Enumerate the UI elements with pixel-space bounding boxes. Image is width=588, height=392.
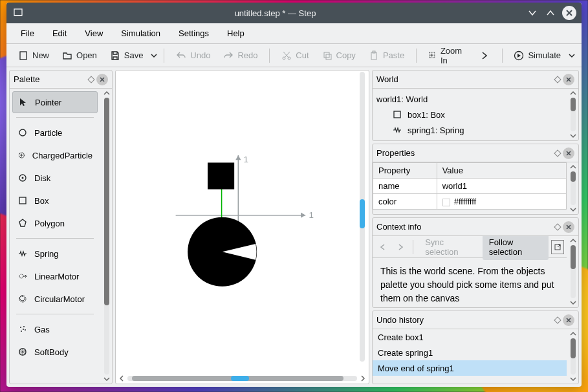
save-dropdown-icon[interactable] [151, 52, 157, 59]
menubar: File Edit View Simulation Settings Help [6, 23, 582, 44]
menu-view[interactable]: View [77, 26, 111, 41]
canvas-area[interactable]: 1 1 [115, 70, 369, 384]
menu-simulation[interactable]: Simulation [113, 26, 168, 41]
cut-button[interactable]: Cut [276, 48, 314, 63]
paste-button[interactable]: Paste [364, 48, 409, 63]
cut-icon [281, 50, 292, 61]
panel-close-icon[interactable] [563, 314, 574, 326]
undo-item[interactable]: Create spring1 [373, 345, 567, 360]
panel-float-icon[interactable] [554, 76, 561, 83]
tree-item-spring1[interactable]: spring1: Spring [376, 122, 563, 138]
col-property[interactable]: Property [373, 163, 437, 179]
prop-name[interactable]: color [373, 194, 437, 210]
circular-motor-icon [17, 294, 28, 304]
palette-item-softbody[interactable]: SoftBody [12, 341, 98, 363]
panel-float-icon[interactable] [87, 76, 94, 83]
menu-edit[interactable]: Edit [45, 26, 74, 41]
palette-item-circular-motor[interactable]: CircularMotor [12, 288, 98, 310]
properties-table[interactable]: Property Value name world1 color #ffffff… [373, 162, 567, 210]
panel-float-icon[interactable] [554, 223, 561, 230]
open-label: Open [76, 50, 97, 60]
close-button[interactable] [562, 6, 576, 20]
context-scrollbar[interactable] [568, 236, 578, 307]
svg-point-21 [21, 331, 22, 332]
panel-close-icon[interactable] [563, 147, 574, 159]
prop-name[interactable]: name [373, 179, 437, 194]
sync-selection-button[interactable]: Sync selection [419, 236, 480, 260]
canvas-hscrollbar[interactable] [116, 373, 369, 384]
palette-item-label: Disk [34, 173, 50, 183]
canvas[interactable]: 1 1 [116, 71, 369, 373]
palette-item-polygon[interactable]: Polygon [12, 212, 98, 234]
properties-header[interactable]: Properties [373, 144, 578, 162]
context-title: Context info [376, 222, 421, 232]
menu-settings[interactable]: Settings [171, 26, 217, 41]
ctx-forward-button[interactable] [393, 239, 408, 256]
prop-value[interactable]: #ffffffff [437, 194, 566, 210]
redo-button[interactable]: Redo [218, 48, 263, 63]
tree-root[interactable]: world1: World [376, 91, 563, 107]
new-button[interactable]: New [13, 48, 54, 63]
context-header[interactable]: Context info [373, 218, 578, 236]
ctx-back-button[interactable] [375, 239, 390, 256]
minimize-button[interactable] [526, 6, 539, 19]
palette-header[interactable]: Palette [10, 71, 112, 89]
world-panel: World world1: World box1: Box spring1: S… [372, 70, 579, 141]
undo-item[interactable]: Move end of spring1 [373, 360, 567, 376]
canvas-vscrollbar[interactable] [357, 72, 367, 362]
world-header[interactable]: World [373, 71, 578, 89]
copy-button[interactable]: Copy [317, 48, 361, 63]
save-button[interactable]: Save [105, 48, 149, 63]
linear-motor-icon [17, 271, 28, 281]
ctx-detach-button[interactable] [551, 240, 564, 254]
palette-item-linear-motor[interactable]: LinearMotor [12, 265, 98, 287]
menu-file[interactable]: File [13, 26, 42, 41]
simulate-button[interactable]: Simulate [508, 48, 566, 63]
scroll-right-icon[interactable] [358, 375, 367, 382]
palette-item-gas[interactable]: Gas [12, 318, 98, 340]
properties-body: Property Value name world1 color #ffffff… [373, 162, 578, 214]
palette-item-spring[interactable]: Spring [12, 243, 98, 265]
prop-value[interactable]: world1 [437, 179, 566, 194]
panel-close-icon[interactable] [96, 74, 108, 85]
titlebar[interactable]: untitled.step * — Step [6, 3, 582, 23]
palette-scrollbar[interactable] [102, 89, 112, 384]
zoom-in-button[interactable]: Zoom In [423, 43, 471, 68]
palette-item-disk[interactable]: Disk [12, 167, 98, 189]
panel-float-icon[interactable] [554, 316, 561, 323]
palette-item-pointer[interactable]: Pointer [12, 91, 98, 113]
undo-scrollbar[interactable] [568, 329, 578, 384]
spring-icon [392, 125, 402, 135]
palette-item-box[interactable]: Box [12, 190, 98, 212]
undo-button[interactable]: Undo [171, 48, 215, 63]
svg-rect-7 [371, 52, 376, 60]
world-scrollbar[interactable] [568, 89, 578, 140]
scroll-down-icon[interactable] [102, 375, 112, 384]
panel-close-icon[interactable] [563, 221, 574, 233]
palette-item-charged-particle[interactable]: ChargedParticle [12, 144, 98, 166]
open-button[interactable]: Open [57, 48, 102, 63]
palette-item-label: Particle [34, 128, 62, 138]
undo-header[interactable]: Undo history [373, 311, 578, 329]
maximize-button[interactable] [544, 6, 557, 19]
new-label: New [32, 50, 49, 60]
tree-item-box1[interactable]: box1: Box [376, 107, 563, 122]
paste-label: Paste [383, 50, 404, 60]
follow-selection-button[interactable]: Follow selection [483, 236, 549, 260]
simulate-dropdown-icon[interactable] [569, 52, 575, 59]
properties-scrollbar[interactable] [568, 162, 578, 214]
context-body: Sync selection Follow selection This is … [373, 236, 578, 307]
scroll-up-icon[interactable] [102, 89, 112, 98]
toolbar-overflow-icon[interactable] [474, 51, 495, 60]
zoom-in-icon [428, 50, 437, 61]
menu-help[interactable]: Help [219, 26, 252, 41]
panel-close-icon[interactable] [563, 74, 574, 85]
toolbar: New Open Save Undo Redo Cut Copy [6, 44, 582, 67]
undo-item[interactable]: Create box1 [373, 329, 567, 345]
svg-rect-26 [208, 162, 234, 189]
properties-title: Properties [376, 148, 415, 158]
panel-float-icon[interactable] [554, 149, 561, 157]
col-value[interactable]: Value [437, 163, 566, 179]
scroll-left-icon[interactable] [117, 375, 126, 382]
palette-item-particle[interactable]: Particle [12, 122, 98, 144]
